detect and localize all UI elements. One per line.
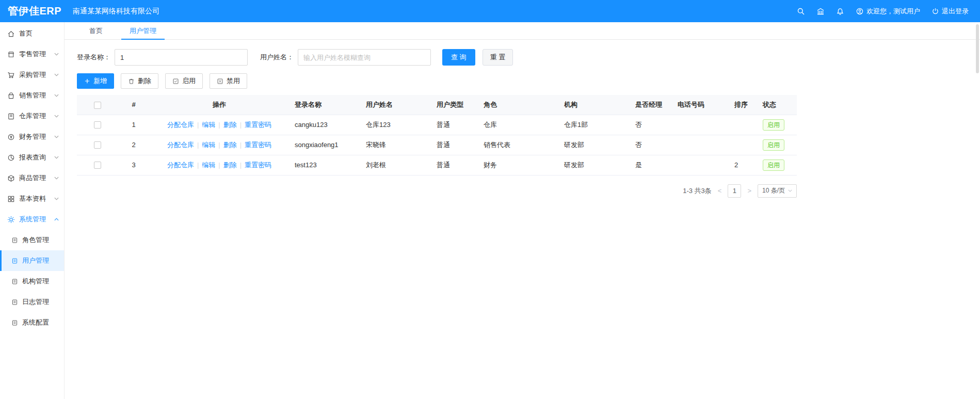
edit-link[interactable]: 编辑 [202,121,215,129]
delete-link[interactable]: 删除 [223,121,237,129]
edit-link[interactable]: 编辑 [202,141,215,149]
chevron-down-icon [54,53,59,56]
cell-checkbox [77,115,118,135]
cell-status: 启用 [758,115,797,135]
money-icon [7,133,15,141]
user-name-input[interactable] [298,49,431,66]
cell-manager: 是 [630,155,672,175]
cell-status: 启用 [758,135,797,155]
sidebar-item-home[interactable]: 首页 [0,23,64,44]
logout-button[interactable]: 退出登录 [931,7,969,16]
sidebar-item-sales[interactable]: 销售管理 [0,85,64,106]
tab-user-mgmt[interactable]: 用户管理 [121,22,165,39]
sidebar-item-warehouse[interactable]: 仓库管理 [0,106,64,126]
search-button[interactable]: 查 询 [442,49,475,66]
chevron-up-icon [54,218,59,221]
login-name-input[interactable] [115,49,248,66]
edit-link[interactable]: 编辑 [202,161,215,169]
delete-link[interactable]: 删除 [223,141,237,149]
reset-password-link[interactable]: 重置密码 [245,161,271,169]
select-all-checkbox[interactable] [94,102,101,109]
sidebar-item-system[interactable]: 系统管理 [0,209,64,230]
cell-sort [729,135,758,155]
sidebar-item-system-config[interactable]: 系统配置 [0,312,64,333]
page-number[interactable]: 1 [728,184,741,198]
cell-actions: 分配仓库|编辑|删除|重置密码 [149,135,290,155]
delete-button[interactable]: 删除 [121,73,158,89]
header-checkbox [77,95,118,115]
welcome-user[interactable]: 欢迎您，测试用户 [856,7,920,16]
search-icon[interactable] [797,7,805,15]
main-content: 首页 用户管理 登录名称： 用户姓名： 查 询 重 置 新增 [65,22,980,399]
cell-name: 仓库123 [361,115,431,135]
reset-password-link[interactable]: 重置密码 [245,141,271,149]
cell-checkbox [77,135,118,155]
shop-icon [7,51,15,58]
sidebar-item-finance[interactable]: 财务管理 [0,126,64,147]
home-bank-icon[interactable] [816,7,825,15]
action-separator: | [197,141,199,149]
reset-button[interactable]: 重 置 [483,49,513,66]
bell-icon[interactable] [836,7,844,15]
assign-warehouse-link[interactable]: 分配仓库 [167,121,194,129]
cell-actions: 分配仓库|编辑|删除|重置密码 [149,115,290,135]
delete-link[interactable]: 删除 [223,161,237,169]
gear-icon [7,216,15,224]
pagination-total: 1-3 共3条 [683,186,712,196]
action-separator: | [218,121,220,129]
bag-icon [7,92,15,100]
status-badge: 启用 [763,139,784,151]
cell-index: 3 [118,155,149,175]
chevron-down-icon [54,197,59,200]
action-separator: | [218,141,220,149]
assign-warehouse-link[interactable]: 分配仓库 [167,161,194,169]
sidebar: 首页 零售管理 采购管理 销售管理 仓库管理 财务管理 [0,22,65,399]
cell-manager: 否 [630,115,672,135]
add-button[interactable]: 新增 [77,73,114,89]
warehouse-icon [7,113,15,120]
sidebar-item-retail[interactable]: 零售管理 [0,44,64,65]
user-name-label: 用户姓名： [260,53,294,62]
cell-phone [672,155,729,175]
row-checkbox[interactable] [94,141,101,149]
cell-org: 仓库1部 [559,115,630,135]
action-separator: | [218,161,220,169]
chevron-down-icon [54,135,59,138]
page-size-select[interactable]: 10 条/页 [758,184,797,198]
sidebar-item-basic-data[interactable]: 基本资料 [0,188,64,209]
chevron-down-icon [54,94,59,97]
next-page-button[interactable]: > [746,187,752,195]
page-size-value: 10 条/页 [762,186,785,195]
cell-phone [672,135,729,155]
sidebar-item-reports[interactable]: 报表查询 [0,147,64,168]
toolbar: 新增 删除 启用 禁用 [77,73,980,89]
sidebar-item-log-mgmt[interactable]: 日志管理 [0,292,64,312]
enable-button[interactable]: 启用 [165,73,203,89]
status-badge: 启用 [763,159,784,171]
header-manager: 是否经理 [630,95,672,115]
reset-password-link[interactable]: 重置密码 [245,121,271,129]
cell-sort [729,115,758,135]
sidebar-item-user-mgmt[interactable]: 用户管理 [0,250,64,271]
table-row: 1 分配仓库|编辑|删除|重置密码 cangku123 仓库123 普通 仓库 … [77,115,797,135]
welcome-text: 欢迎您，测试用户 [866,7,920,16]
cell-role: 仓库 [478,115,559,135]
sidebar-item-role-mgmt[interactable]: 角色管理 [0,230,64,250]
user-table: # 操作 登录名称 用户姓名 用户类型 角色 机构 是否经理 电话号码 排序 状… [77,95,797,175]
sidebar-item-goods[interactable]: 商品管理 [0,168,64,188]
trash-icon [128,78,135,85]
assign-warehouse-link[interactable]: 分配仓库 [167,141,194,149]
vertical-scrollbar[interactable] [976,24,979,73]
sidebar-item-org-mgmt[interactable]: 机构管理 [0,271,64,292]
sidebar-item-purchase[interactable]: 采购管理 [0,65,64,85]
row-checkbox[interactable] [94,162,101,169]
header-actions: 操作 [149,95,290,115]
cell-checkbox [77,155,118,175]
tab-home[interactable]: 首页 [81,22,111,39]
x-square-icon [217,78,223,85]
disable-button[interactable]: 禁用 [210,73,247,89]
chevron-down-icon [54,156,59,159]
home-icon [7,30,15,38]
prev-page-button[interactable]: < [717,187,723,195]
row-checkbox[interactable] [94,121,101,129]
